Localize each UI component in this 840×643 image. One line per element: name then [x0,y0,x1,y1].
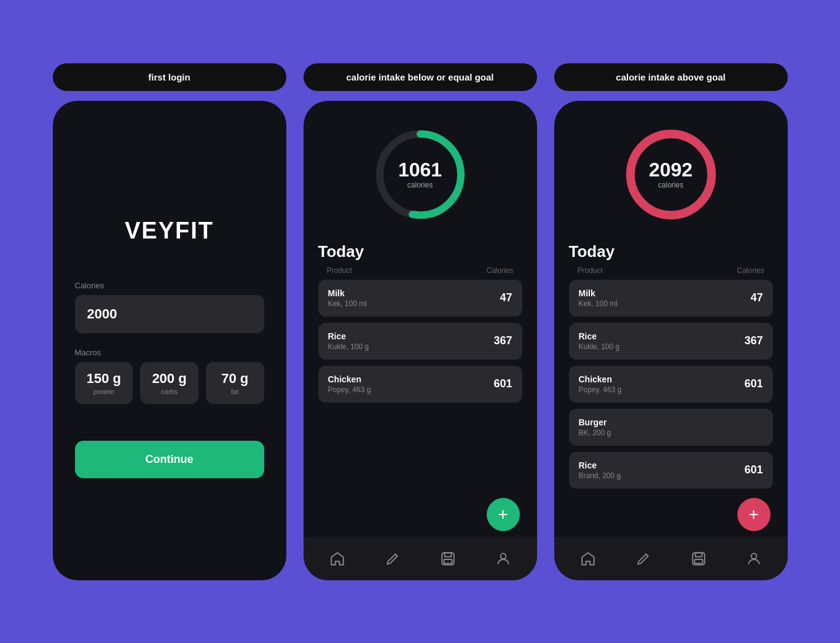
edit-icon-2 [385,551,401,567]
edit-icon-3 [635,551,651,567]
fab-icon-3: + [748,505,758,524]
profile-icon-2 [495,551,511,567]
fab-button-2[interactable]: + [487,498,520,531]
food-desc-3-0: Kek, 100 ml [579,299,618,308]
macro-protein[interactable]: 150 g protein [75,362,133,404]
calorie-ring-3: 2092 calories [622,125,720,224]
nav-profile-3[interactable] [744,549,764,569]
food-info-2-1: Rice Kukle, 100 g [328,331,369,351]
macro-carbs[interactable]: 200 g carbs [140,362,198,404]
column-first-login: first login VEYFIT Calories 2000 Macros … [53,63,286,580]
home-icon-3 [580,551,596,567]
food-name-2-1: Rice [328,331,369,341]
food-name-2-0: Milk [328,288,367,298]
bottom-nav-2 [304,537,537,580]
macro-protein-value: 150 g [87,371,121,387]
food-item-3-1: Rice Kukle, 100 g 367 [569,323,773,360]
nav-edit-2[interactable] [383,549,402,569]
food-info-3-4: Rice Brand, 200 g [579,460,621,480]
macro-protein-label: protein [93,388,114,395]
column-below-goal: calorie intake below or equal goal 1061 [304,63,537,580]
macro-fat-value: 70 g [221,371,248,387]
svg-rect-10 [694,559,702,564]
svg-point-5 [500,553,506,559]
ring-svg-2 [371,125,469,224]
today-title-3: Today [569,242,773,261]
table-header-2: Product Calories [318,266,522,275]
profile-icon-3 [746,551,762,567]
home-icon-2 [329,551,345,567]
ring-svg-3 [622,125,720,224]
nav-home-3[interactable] [578,549,598,569]
bottom-nav-3 [554,537,788,580]
phone-frame-1: VEYFIT Calories 2000 Macros 150 g protei… [53,101,286,580]
food-cal-3-4: 601 [744,464,763,476]
calories-input[interactable]: 2000 [75,295,264,333]
col-product-2: Product [327,266,352,275]
nav-profile-2[interactable] [493,549,513,569]
screen-login: VEYFIT Calories 2000 Macros 150 g protei… [53,101,286,580]
food-cal-3-2: 601 [744,377,763,390]
table-header-3: Product Calories [569,266,773,275]
calorie-ring-2: 1061 calories [371,125,469,224]
fab-button-3[interactable]: + [737,498,771,531]
food-name-3-0: Milk [579,288,618,298]
svg-point-11 [751,553,756,559]
nav-save-2[interactable] [438,549,458,569]
col-product-3: Product [578,266,603,275]
macro-fat[interactable]: 70 g fat [206,362,264,404]
food-item-2-0: Milk Kek, 100 ml 47 [318,280,522,317]
food-name-2-2: Chicken [328,374,371,384]
calories-field-label: Calories [75,281,264,290]
screen-tracker-3: 2092 calories Today Product Calories Mil… [554,101,788,580]
food-item-3-0: Milk Kek, 100 ml 47 [569,280,773,317]
svg-rect-4 [444,559,452,564]
food-desc-3-4: Brand, 200 g [579,471,621,480]
continue-button[interactable]: Continue [75,441,264,478]
label-first-login: first login [53,63,286,91]
label-below-goal: calorie intake below or equal goal [304,63,537,91]
col-calories-2: Calories [486,266,513,275]
food-info-3-2: Chicken Popey, 463 g [579,374,622,394]
food-info-3-1: Rice Kukle, 100 g [579,331,620,351]
food-name-3-4: Rice [579,460,621,470]
ring-section-2: 1061 calories [304,101,537,236]
macros-row: 150 g protein 200 g carbs 70 g fat [75,362,264,404]
food-info-3-3: Burger BK, 200 g [579,417,611,437]
phone-frame-3: 2092 calories Today Product Calories Mil… [554,101,788,580]
food-desc-2-2: Popey, 463 g [328,385,371,394]
label-above-goal: calorie intake above goal [554,63,788,91]
food-desc-3-2: Popey, 463 g [579,385,622,394]
food-cal-3-0: 47 [750,291,763,304]
food-desc-3-3: BK, 200 g [579,428,611,437]
food-item-2-1: Rice Kukle, 100 g 367 [318,323,522,360]
fab-icon-2: + [498,505,508,524]
svg-point-7 [630,134,712,215]
food-desc-2-1: Kukle, 100 g [328,342,369,351]
macro-fat-label: fat [231,388,238,395]
app-logo: VEYFIT [75,218,264,244]
food-item-3-4: Rice Brand, 200 g 601 [569,452,773,489]
food-cal-2-2: 601 [493,377,512,390]
svg-rect-3 [444,553,451,557]
macro-carbs-value: 200 g [152,371,186,387]
screen-tracker-2: 1061 calories Today Product Calories Mil… [304,101,537,580]
today-title-2: Today [318,242,522,261]
col-calories-3: Calories [737,266,764,275]
food-name-3-3: Burger [579,417,611,427]
nav-edit-3[interactable] [634,549,653,569]
nav-home-2[interactable] [328,549,347,569]
macro-carbs-label: carbs [161,388,178,395]
food-cal-2-0: 47 [500,291,512,304]
food-item-3-3: Burger BK, 200 g [569,409,773,446]
food-info-2-2: Chicken Popey, 463 g [328,374,371,394]
save-icon-3 [691,551,707,567]
food-name-3-2: Chicken [579,374,622,384]
svg-rect-9 [695,553,702,557]
ring-section-3: 2092 calories [554,101,788,236]
macros-field-label: Macros [75,348,264,357]
nav-save-3[interactable] [689,549,709,569]
food-cal-3-1: 367 [744,334,763,347]
food-info-3-0: Milk Kek, 100 ml [579,288,618,308]
food-desc-2-0: Kek, 100 ml [328,299,367,308]
